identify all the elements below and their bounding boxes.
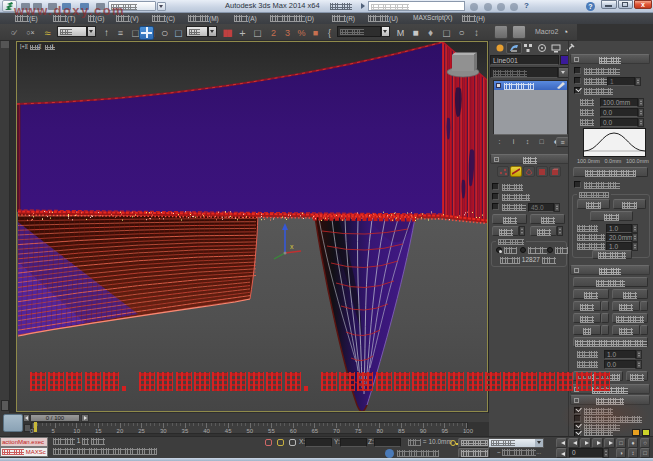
svg-text:x: x: [290, 243, 294, 250]
